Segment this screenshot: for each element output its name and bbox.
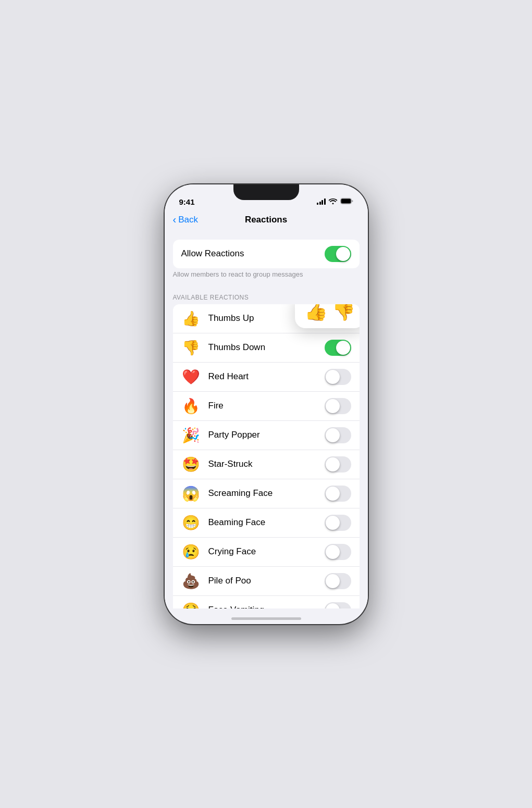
fire-emoji: 🔥 xyxy=(181,397,201,415)
content-area: Allow Reactions Allow members to react t… xyxy=(165,231,368,608)
toggle-knob xyxy=(326,487,340,501)
screaming-face-toggle[interactable] xyxy=(325,486,351,502)
star-struck-toggle[interactable] xyxy=(325,456,351,473)
beaming-face-emoji: 😁 xyxy=(181,514,201,531)
reaction-row-beaming-face: 😁 Beaming Face xyxy=(173,508,360,538)
reaction-row-face-vomiting: 🤮 Face Vomiting xyxy=(173,596,360,608)
thumbs-down-emoji: 👎 xyxy=(181,339,201,356)
fire-name: Fire xyxy=(208,401,325,411)
star-struck-emoji: 🤩 xyxy=(181,456,201,473)
party-popper-emoji: 🎉 xyxy=(181,427,201,444)
tooltip-emoji1: 👍 xyxy=(304,304,328,322)
allow-reactions-toggle[interactable] xyxy=(325,246,351,262)
star-struck-name: Star-Struck xyxy=(208,459,325,469)
crying-face-name: Crying Face xyxy=(208,546,325,557)
fire-toggle[interactable] xyxy=(325,398,351,414)
reaction-row-screaming-face: 😱 Screaming Face xyxy=(173,479,360,508)
status-bar: 9:41 xyxy=(165,184,368,210)
toggle-knob xyxy=(326,603,340,608)
allow-reactions-label: Allow Reactions xyxy=(181,248,244,259)
status-icons xyxy=(317,197,353,206)
beaming-face-toggle[interactable] xyxy=(325,515,351,531)
back-button[interactable]: ‹ Back xyxy=(173,214,198,226)
battery-icon xyxy=(340,197,353,206)
red-heart-toggle[interactable] xyxy=(325,369,351,385)
crying-face-toggle[interactable] xyxy=(325,544,351,560)
toggle-knob xyxy=(326,516,340,530)
signal-icon xyxy=(317,198,326,205)
party-popper-name: Party Popper xyxy=(208,430,325,440)
toggle-knob xyxy=(336,247,350,261)
reaction-row-fire: 🔥 Fire xyxy=(173,392,360,421)
toggle-knob xyxy=(326,574,340,588)
toggle-knob xyxy=(326,428,340,442)
wifi-icon xyxy=(329,197,337,206)
face-vomiting-toggle[interactable] xyxy=(325,602,351,608)
crying-face-emoji: 😢 xyxy=(181,543,201,561)
toggle-knob xyxy=(326,399,340,413)
back-label: Back xyxy=(178,215,198,225)
pile-of-poo-toggle[interactable] xyxy=(325,573,351,589)
toggle-knob xyxy=(326,545,340,559)
emoji-tooltip-popup: 👍 👎 xyxy=(295,304,360,328)
red-heart-name: Red Heart xyxy=(208,371,325,382)
reaction-row-star-struck: 🤩 Star-Struck xyxy=(173,450,360,479)
status-time: 9:41 xyxy=(179,197,195,206)
allow-reactions-row: Allow Reactions xyxy=(181,240,351,268)
available-reactions-header: AVAILABLE REACTIONS xyxy=(165,283,368,304)
screaming-face-emoji: 😱 xyxy=(181,485,201,502)
back-chevron-icon: ‹ xyxy=(173,214,177,226)
home-indicator xyxy=(231,617,301,620)
allow-reactions-description: Allow members to react to group messages xyxy=(165,270,368,283)
notch xyxy=(233,184,299,200)
nav-title: Reactions xyxy=(245,215,287,225)
phone-screen: 9:41 xyxy=(165,184,368,624)
nav-bar: ‹ Back Reactions xyxy=(165,210,368,231)
svg-rect-1 xyxy=(341,198,351,203)
party-popper-toggle[interactable] xyxy=(325,427,351,443)
toggle-knob xyxy=(336,341,350,355)
pile-of-poo-name: Pile of Poo xyxy=(208,576,325,586)
reaction-row-party-popper: 🎉 Party Popper xyxy=(173,421,360,450)
reaction-row-thumbs-up: 👍 Thumbs Up 👍 👎 xyxy=(173,304,360,333)
reaction-row-red-heart: ❤️ Red Heart xyxy=(173,363,360,392)
reaction-row-thumbs-down: 👎 Thumbs Down xyxy=(173,333,360,363)
phone-frame: 9:41 xyxy=(165,184,368,624)
toggle-knob xyxy=(326,457,340,471)
screaming-face-name: Screaming Face xyxy=(208,488,325,499)
thumbs-down-toggle[interactable] xyxy=(325,340,351,356)
red-heart-emoji: ❤️ xyxy=(181,368,201,386)
thumbs-up-emoji: 👍 xyxy=(181,310,201,327)
toggle-knob xyxy=(326,370,340,384)
tooltip-emoji2: 👎 xyxy=(332,304,355,322)
thumbs-down-name: Thumbs Down xyxy=(208,342,325,353)
beaming-face-name: Beaming Face xyxy=(208,517,325,528)
reactions-list: 👍 Thumbs Up 👍 👎 👎 Thumbs Down xyxy=(173,304,360,608)
face-vomiting-emoji: 🤮 xyxy=(181,602,201,608)
pile-of-poo-emoji: 💩 xyxy=(181,573,201,590)
reaction-row-pile-of-poo: 💩 Pile of Poo xyxy=(173,567,360,596)
face-vomiting-name: Face Vomiting xyxy=(208,605,325,608)
reaction-row-crying-face: 😢 Crying Face xyxy=(173,538,360,567)
allow-reactions-section: Allow Reactions xyxy=(173,240,360,268)
